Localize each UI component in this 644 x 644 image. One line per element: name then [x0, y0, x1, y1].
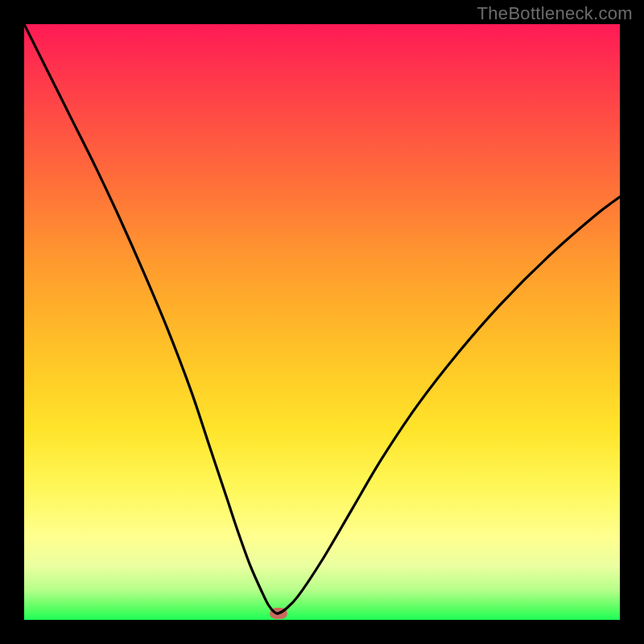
watermark-label: TheBottleneck.com — [477, 3, 633, 24]
chart-frame: TheBottleneck.com — [0, 0, 644, 644]
bottleneck-curve-path — [24, 24, 620, 613]
bottleneck-curve-svg — [24, 24, 620, 620]
